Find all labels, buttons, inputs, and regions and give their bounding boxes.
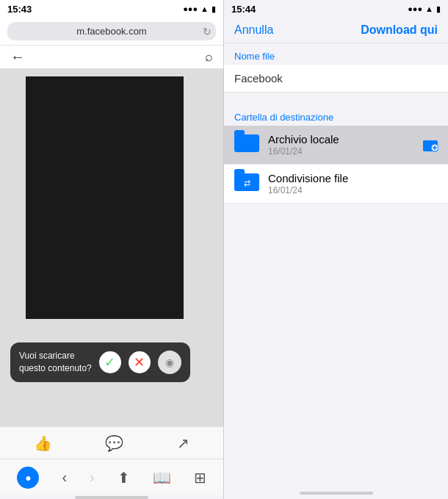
prompt-line2: questo contenuto? (19, 362, 92, 375)
search-button[interactable]: ⌕ (205, 49, 213, 65)
cartella-header: Cartella di destinazione (224, 104, 448, 126)
bookmarks-button[interactable]: 📖 (153, 469, 171, 487)
url-display[interactable]: m.facebook.com (7, 22, 216, 40)
status-time-right: 15:44 (231, 4, 256, 15)
battery-icon-right: ▮ (436, 4, 441, 14)
wifi-icon: ▲ (200, 4, 209, 13)
share-nav-button[interactable]: ⬆ (118, 469, 130, 487)
browser-bottom-nav: ● ‹ › ⬆ 📖 ⊞ (0, 459, 223, 495)
left-panel: 15:43 ●●● ▲ ▮ m.facebook.com ↻ ← ⌕ Vuoi … (0, 0, 224, 499)
local-folder-icon (234, 134, 259, 155)
prompt-text: Vuoi scaricare questo contenuto? (19, 350, 92, 375)
local-folder-date: 16/01/24 (268, 146, 438, 157)
share-folder-info: Condivisione file 16/01/24 (268, 172, 438, 195)
folder-item-share[interactable]: ⇄ Condivisione file 16/01/24 (224, 165, 448, 204)
browser-bottom-toolbar: 👍 💬 ↗ (0, 426, 223, 459)
right-panel: 15:44 ●●● ▲ ▮ Annulla Download qui Nome … (224, 0, 448, 499)
volume-icon: ◉ (165, 356, 174, 368)
status-bar-right: 15:44 ●●● ▲ ▮ (224, 0, 448, 18)
status-icons-right: ●●● ▲ ▮ (408, 4, 441, 14)
tabs-button[interactable]: ⊞ (194, 469, 206, 487)
back-button[interactable]: ← (10, 49, 25, 65)
share-icon[interactable]: ↗ (177, 434, 189, 452)
browser-address-bar[interactable]: m.facebook.com ↻ (0, 18, 223, 46)
share-symbol-icon: ⇄ (244, 179, 250, 188)
home-indicator-right (224, 477, 448, 499)
signal-icon: ●●● (183, 4, 198, 13)
like-icon[interactable]: 👍 (34, 434, 52, 452)
home-indicator-left (0, 495, 223, 499)
home-bar-left (75, 496, 148, 499)
home-circle-icon: ● (25, 472, 31, 484)
cancel-download-button[interactable]: ✕ (129, 351, 151, 373)
filename-value[interactable]: Facebook (224, 65, 448, 93)
xmark-icon: ✕ (134, 354, 145, 370)
browser-nav-bar: ← ⌕ (0, 46, 223, 69)
prompt-line1: Vuoi scaricare (19, 350, 92, 362)
folder-item-local[interactable]: Archivio locale 16/01/24 (224, 126, 448, 165)
filename-section: Facebook (224, 65, 448, 93)
back-nav-button[interactable]: ‹ (62, 469, 67, 486)
forward-nav-button[interactable]: › (90, 469, 95, 486)
download-qui-button[interactable]: Download qui (361, 24, 438, 37)
signal-icon-right: ●●● (408, 4, 422, 13)
volume-button[interactable]: ◉ (158, 351, 181, 374)
home-bar-right (300, 492, 373, 495)
svg-rect-1 (423, 140, 430, 143)
local-folder-name: Archivio locale (268, 133, 438, 146)
new-folder-button[interactable] (420, 134, 441, 155)
battery-icon: ▮ (212, 4, 216, 14)
share-folder-icon: ⇄ (234, 173, 259, 194)
share-folder-date: 16/01/24 (268, 185, 438, 195)
nome-file-header: Nome file (224, 43, 448, 65)
download-top-bar: Annulla Download qui (224, 18, 448, 43)
download-prompt: Vuoi scaricare questo contenuto? ✓ ✕ ◉ (10, 342, 190, 382)
local-folder-info: Archivio locale 16/01/24 (268, 133, 438, 157)
home-circle-button[interactable]: ● (17, 467, 39, 489)
web-content-area: Vuoi scaricare questo contenuto? ✓ ✕ ◉ (0, 69, 223, 426)
destination-section: Cartella di destinazione Archivio locale… (224, 104, 448, 204)
share-folder-name: Condivisione file (268, 172, 438, 184)
checkmark-icon: ✓ (104, 354, 115, 370)
comment-icon[interactable]: 💬 (105, 434, 123, 452)
wifi-icon-right: ▲ (425, 4, 433, 13)
status-time-left: 15:43 (7, 4, 32, 15)
reload-icon[interactable]: ↻ (203, 26, 212, 37)
confirm-download-button[interactable]: ✓ (99, 351, 121, 373)
status-icons-left: ●●● ▲ ▮ (183, 4, 216, 14)
status-bar-left: 15:43 ●●● ▲ ▮ (0, 0, 223, 18)
video-content (26, 76, 184, 319)
annulla-button[interactable]: Annulla (234, 24, 273, 37)
